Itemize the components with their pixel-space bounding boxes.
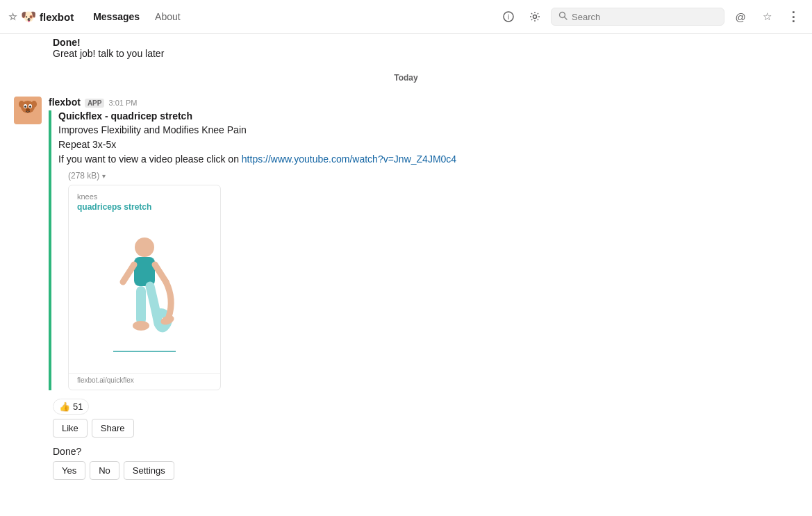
prev-done-label: Done! xyxy=(53,37,81,48)
svg-point-7 xyxy=(19,101,24,108)
topbar-right: i @ ☆ ⋮ xyxy=(498,6,804,27)
app-title: ☆ 🐶 flexbot xyxy=(8,9,74,24)
card-line2: Repeat 3x-5x xyxy=(58,138,798,152)
image-footer: flexbot.ai/quickflex xyxy=(69,373,220,390)
date-label: Today xyxy=(394,73,417,83)
message-body: flexbot APP 3:01 PM Quickflex - quadrice… xyxy=(49,97,798,390)
tab-messages[interactable]: Messages xyxy=(86,7,147,26)
action-buttons: Like Share xyxy=(14,419,798,438)
share-button[interactable]: Share xyxy=(92,419,134,438)
topbar: ☆ 🐶 flexbot Messages About i xyxy=(0,0,812,34)
reaction-badge[interactable]: 👍 51 xyxy=(53,399,89,415)
exercise-figure xyxy=(77,216,212,369)
search-input[interactable] xyxy=(572,12,717,22)
app-badge: APP xyxy=(85,99,105,108)
no-button[interactable]: No xyxy=(90,461,119,480)
reaction-count: 51 xyxy=(73,401,83,412)
more-icon: ⋮ xyxy=(787,9,799,24)
image-card-inner: knees quadriceps stretch xyxy=(69,185,220,373)
yes-button[interactable]: Yes xyxy=(53,461,85,480)
svg-line-18 xyxy=(123,265,134,282)
done-question: Done? xyxy=(53,446,798,457)
svg-point-8 xyxy=(31,101,37,108)
card-block: Quickflex - quadricep stretch Improves F… xyxy=(49,110,798,390)
svg-rect-17 xyxy=(134,257,155,286)
like-button[interactable]: Like xyxy=(53,419,88,438)
reaction-row: 👍 51 xyxy=(14,399,798,415)
fav-icon: ☆ xyxy=(763,10,772,23)
svg-rect-14 xyxy=(22,113,33,122)
image-sublabel: quadriceps stretch xyxy=(77,202,212,212)
nav-tabs: Messages About xyxy=(86,7,188,26)
svg-point-12 xyxy=(29,106,31,108)
info-button[interactable]: i xyxy=(498,6,519,27)
svg-point-16 xyxy=(135,238,154,257)
app-name: flexbot xyxy=(40,11,74,23)
done-section: Done? Yes No Settings xyxy=(14,446,798,480)
svg-point-22 xyxy=(133,321,149,331)
star-button[interactable]: ☆ xyxy=(756,6,777,27)
date-divider: Today xyxy=(14,65,798,88)
image-label: knees xyxy=(77,192,212,201)
topbar-left: ☆ 🐶 flexbot Messages About xyxy=(8,7,188,26)
card-line3-prefix: If you want to view a video please click… xyxy=(58,153,242,165)
star-icon[interactable]: ☆ xyxy=(8,11,17,22)
prev-done-text: Great job! talk to you later xyxy=(53,48,164,59)
dropdown-arrow[interactable]: ▾ xyxy=(102,172,106,180)
done-buttons: Yes No Settings xyxy=(53,461,798,480)
search-bar[interactable] xyxy=(551,8,724,26)
svg-text:i: i xyxy=(508,13,509,21)
timestamp: 3:01 PM xyxy=(108,99,137,107)
sender-name: flexbot xyxy=(49,97,81,108)
more-button[interactable]: ⋮ xyxy=(783,6,804,27)
file-size: (278 kB) xyxy=(68,171,99,181)
card-line1: Improves Flexibility and Modifies Knee P… xyxy=(58,123,798,138)
avatar xyxy=(14,97,42,124)
card-title: Quickflex - quadricep stretch xyxy=(58,110,798,122)
settings-button[interactable] xyxy=(524,6,545,27)
chat-area: Done! Great job! talk to you later Today xyxy=(0,34,812,516)
reaction-emoji: 👍 xyxy=(59,401,70,412)
tab-about[interactable]: About xyxy=(148,7,188,26)
prev-message: Done! Great job! talk to you later xyxy=(14,34,798,62)
search-icon xyxy=(558,11,567,22)
app-icon: 🐶 xyxy=(21,9,36,24)
svg-rect-20 xyxy=(136,286,146,324)
svg-point-13 xyxy=(26,108,30,111)
message-row: flexbot APP 3:01 PM Quickflex - quadrice… xyxy=(14,94,798,393)
message-header: flexbot APP 3:01 PM xyxy=(49,97,798,108)
svg-point-11 xyxy=(24,106,26,108)
svg-point-2 xyxy=(533,15,537,19)
file-size-row: (278 kB) ▾ xyxy=(58,171,798,181)
mention-button[interactable]: @ xyxy=(730,6,751,27)
svg-line-4 xyxy=(565,17,567,20)
card-line3: If you want to view a video please click… xyxy=(58,152,798,167)
settings-button[interactable]: Settings xyxy=(124,461,174,480)
card-link[interactable]: https://www.youtube.com/watch?v=Jnw_Z4JM… xyxy=(242,153,456,165)
image-card: knees quadriceps stretch xyxy=(68,185,221,390)
mention-icon: @ xyxy=(735,11,745,23)
